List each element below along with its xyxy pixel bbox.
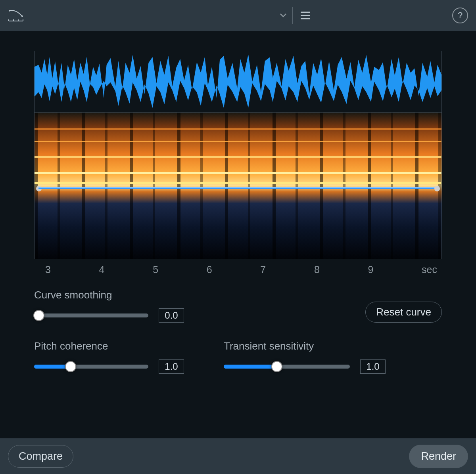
hamburger-icon xyxy=(300,11,311,20)
spectrogram-display[interactable] xyxy=(34,113,442,259)
menu-button[interactable] xyxy=(293,7,318,24)
pitch-coherence-slider[interactable] xyxy=(34,365,148,369)
reset-curve-button[interactable]: Reset curve xyxy=(365,302,442,323)
tick: 8 xyxy=(314,264,320,275)
tick: 7 xyxy=(260,264,266,275)
tick: 3 xyxy=(45,264,51,275)
compare-button[interactable]: Compare xyxy=(8,445,73,468)
tick: 4 xyxy=(99,264,105,275)
topbar: ? xyxy=(0,0,476,31)
content-area: 3 4 5 6 7 8 9 sec Curve smoothing 0.0 Re… xyxy=(0,31,476,438)
chevron-down-icon xyxy=(280,13,287,18)
svg-point-1 xyxy=(21,15,23,17)
transient-sensitivity-label: Transient sensitivity xyxy=(224,340,386,352)
waveform-display[interactable] xyxy=(34,51,442,113)
curve-smoothing-value[interactable]: 0.0 xyxy=(159,308,184,323)
tick-unit: sec xyxy=(422,264,437,275)
footer: Compare Render xyxy=(0,438,476,474)
help-button[interactable]: ? xyxy=(452,8,468,23)
pitch-curve-line[interactable] xyxy=(38,187,438,189)
pitch-coherence-label: Pitch coherence xyxy=(34,340,184,352)
tick: 5 xyxy=(153,264,158,275)
help-icon: ? xyxy=(458,10,463,21)
svg-rect-10 xyxy=(35,113,441,259)
transient-sensitivity-value[interactable]: 1.0 xyxy=(360,359,386,374)
curve-smoothing-group: Curve smoothing 0.0 xyxy=(34,289,184,323)
preset-dropdown[interactable] xyxy=(158,7,293,24)
pitch-coherence-value[interactable]: 1.0 xyxy=(159,359,184,374)
tick: 9 xyxy=(368,264,373,275)
render-button[interactable]: Render xyxy=(409,445,468,468)
transient-sensitivity-group: Transient sensitivity 1.0 xyxy=(224,340,386,374)
curve-smoothing-label: Curve smoothing xyxy=(34,289,184,301)
tick: 6 xyxy=(207,264,212,275)
pitch-curve-icon xyxy=(8,8,24,23)
pitch-coherence-group: Pitch coherence 1.0 xyxy=(34,340,184,374)
timeline-ruler: 3 4 5 6 7 8 9 sec xyxy=(34,259,442,275)
transient-sensitivity-slider[interactable] xyxy=(224,365,350,369)
curve-smoothing-slider[interactable] xyxy=(34,313,148,317)
